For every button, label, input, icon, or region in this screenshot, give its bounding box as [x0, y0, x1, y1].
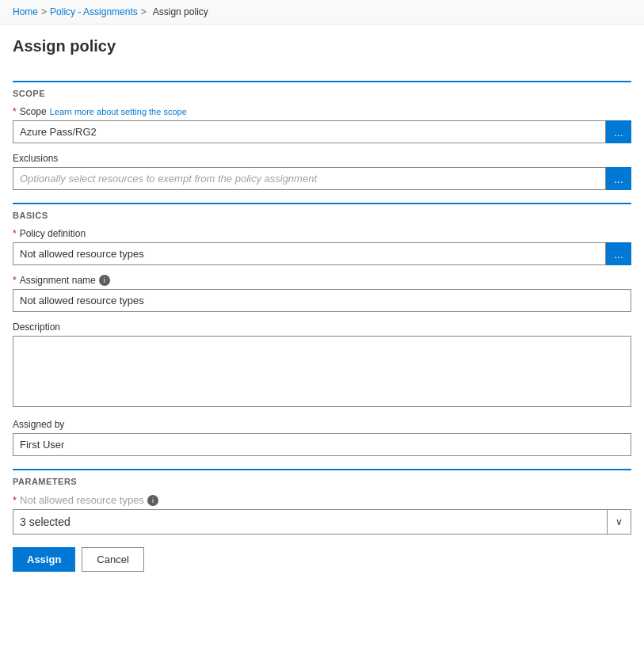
- scope-ellipsis-button[interactable]: ...: [606, 120, 631, 143]
- page-title: Assign policy: [13, 37, 631, 55]
- policy-definition-ellipsis-button[interactable]: ...: [606, 242, 631, 265]
- breadcrumb-separator-1: >: [41, 6, 47, 17]
- description-field-group: Description: [13, 321, 631, 409]
- assigned-by-label: Assigned by: [13, 419, 631, 430]
- main-content: SCOPE * Scope Learn more about setting t…: [0, 62, 644, 584]
- not-allowed-chevron-button[interactable]: ∨: [607, 510, 631, 534]
- parameters-divider: [13, 469, 631, 470]
- assignment-name-label: * Assignment name i: [13, 275, 631, 286]
- not-allowed-field-group: * Not allowed resource types i 3 selecte…: [13, 494, 631, 535]
- page-header: Assign policy: [0, 25, 644, 62]
- assignment-name-input[interactable]: [13, 289, 631, 312]
- scope-required-marker: *: [13, 106, 17, 117]
- action-buttons: Assign Cancel: [13, 547, 631, 572]
- description-label: Description: [13, 321, 631, 333]
- exclusions-label-text: Exclusions: [13, 153, 58, 164]
- assigned-by-field-group: Assigned by: [13, 419, 631, 456]
- exclusions-ellipsis-button[interactable]: ...: [606, 167, 631, 190]
- exclusions-field-group: Exclusions ...: [13, 153, 631, 190]
- assignment-name-info-icon[interactable]: i: [99, 275, 110, 286]
- scope-input[interactable]: [13, 120, 606, 143]
- basics-divider: [13, 203, 631, 204]
- description-textarea[interactable]: [13, 336, 631, 407]
- policy-definition-input-wrapper: ...: [13, 242, 631, 265]
- assignment-name-required-marker: *: [13, 275, 17, 286]
- breadcrumb: Home > Policy - Assignments > Assign pol…: [0, 0, 644, 25]
- policy-definition-label-text: Policy definition: [20, 228, 86, 239]
- scope-field-label: * Scope Learn more about setting the sco…: [13, 106, 631, 117]
- description-label-text: Description: [13, 321, 60, 333]
- breadcrumb-policy-assignments[interactable]: Policy - Assignments: [50, 6, 138, 17]
- breadcrumb-home[interactable]: Home: [13, 6, 38, 17]
- assignment-name-field-group: * Assignment name i: [13, 275, 631, 312]
- policy-definition-field-group: * Policy definition ...: [13, 228, 631, 265]
- scope-divider: [13, 81, 631, 82]
- not-allowed-required-marker: *: [13, 494, 17, 506]
- parameters-section-label: PARAMETERS: [13, 477, 631, 486]
- scope-input-wrapper: ...: [13, 120, 631, 143]
- policy-definition-required-marker: *: [13, 228, 17, 239]
- exclusions-field-label: Exclusions: [13, 153, 631, 164]
- exclusions-input-wrapper: ...: [13, 167, 631, 190]
- breadcrumb-current: Assign policy: [153, 6, 208, 17]
- scope-section-label: SCOPE: [13, 89, 631, 98]
- not-allowed-label-text: Not allowed resource types: [20, 494, 144, 506]
- exclusions-input[interactable]: [13, 167, 606, 190]
- basics-section-label: BASICS: [13, 211, 631, 220]
- scope-field-group: * Scope Learn more about setting the sco…: [13, 106, 631, 143]
- not-allowed-select-value: 3 selected: [13, 510, 607, 534]
- not-allowed-select-wrapper[interactable]: 3 selected ∨: [13, 509, 631, 535]
- breadcrumb-separator-2: >: [141, 6, 147, 17]
- assigned-by-input[interactable]: [13, 433, 631, 456]
- cancel-button[interactable]: Cancel: [82, 547, 143, 572]
- scope-label-text: Scope: [20, 106, 47, 117]
- assign-button[interactable]: Assign: [13, 547, 75, 572]
- scope-learn-more-link[interactable]: Learn more about setting the scope: [50, 107, 187, 116]
- policy-definition-label: * Policy definition: [13, 228, 631, 239]
- assignment-name-label-text: Assignment name: [20, 275, 96, 286]
- not-allowed-info-icon[interactable]: i: [147, 495, 158, 506]
- policy-definition-input[interactable]: [13, 242, 606, 265]
- not-allowed-label: * Not allowed resource types i: [13, 494, 631, 506]
- assigned-by-label-text: Assigned by: [13, 419, 64, 430]
